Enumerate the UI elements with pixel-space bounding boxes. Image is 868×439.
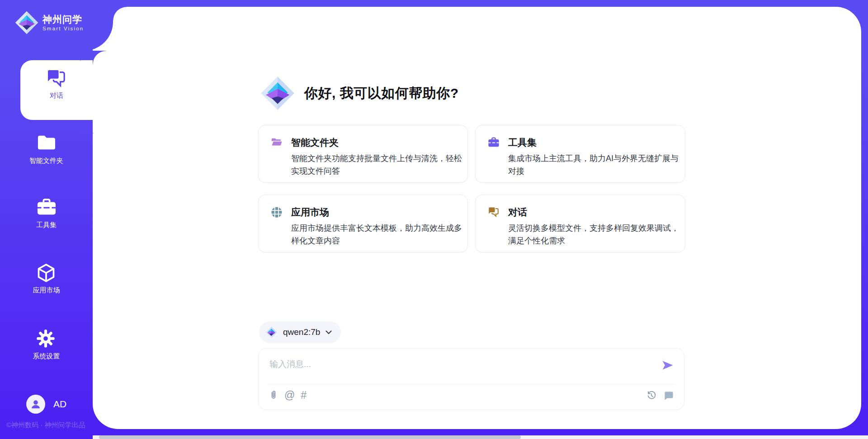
app-market-icon: [271, 206, 283, 218]
card-title: 智能文件夹: [291, 136, 339, 149]
sidebar-item-label: 应用市场: [0, 286, 93, 295]
curve-fillet: [80, 48, 94, 61]
card-description: 智能文件夹功能支持批量文件上传与清洗，轻松实现文件问答: [291, 153, 464, 178]
curve-fillet: [113, 7, 127, 20]
scrollbar-thumb[interactable]: [99, 435, 521, 439]
conversation-button[interactable]: [664, 391, 674, 401]
folder-open-icon: [271, 137, 283, 148]
curve-fillet: [80, 120, 94, 134]
chat-bubble-icon: [664, 391, 674, 401]
assistant-logo-icon: [260, 76, 295, 110]
user-account[interactable]: AD: [26, 395, 66, 414]
attach-button[interactable]: [269, 390, 278, 401]
send-button[interactable]: [661, 359, 675, 372]
message-input[interactable]: [269, 355, 641, 374]
mention-icon: @: [284, 389, 295, 401]
user-name: AD: [53, 399, 66, 410]
gear-icon: [36, 329, 57, 349]
history-button[interactable]: [646, 390, 657, 401]
brand-tagline: Smart Vision: [42, 26, 84, 31]
cube-icon: [36, 263, 57, 283]
greeting: 你好, 我可以如何帮助你?: [260, 76, 459, 110]
message-composer: @ #: [258, 348, 684, 410]
card-smart-folder[interactable]: 智能文件夹 智能文件夹功能支持批量文件上传与清洗，轻松实现文件问答: [258, 125, 468, 183]
mention-button[interactable]: @: [284, 389, 295, 401]
folder-icon: [36, 134, 57, 153]
sidebar-item-label: 对话: [20, 91, 93, 100]
horizontal-scrollbar: [93, 435, 868, 439]
copyright-footer: ©神州数码 · 神州问学出品: [6, 421, 85, 429]
content-area: 你好, 我可以如何帮助你? 智能文件夹 智能文件夹功能支持批量文件上传与清洗，轻…: [258, 0, 685, 439]
card-app-market[interactable]: 应用市场 应用市场提供丰富长文本模板，助力高效生成多样化文章内容: [258, 195, 468, 253]
attach-icon: [269, 390, 278, 401]
card-title: 工具集: [508, 136, 537, 149]
send-icon: [661, 359, 675, 372]
greeting-text: 你好, 我可以如何帮助你?: [304, 84, 459, 103]
chat-bubbles-icon: [488, 206, 500, 218]
composer-divider: [268, 384, 675, 384]
chat-bubbles-icon: [46, 68, 67, 88]
card-description: 应用市场提供丰富长文本模板，助力高效生成多样化文章内容: [291, 222, 464, 248]
brand-logo-icon: [15, 11, 38, 34]
history-icon: [646, 390, 657, 401]
brand: 神州问学 Smart Vision: [15, 11, 84, 34]
curve-fillet: [93, 51, 106, 64]
sidebar-item-label: 系统设置: [0, 352, 93, 361]
sidebar-item-label: 工具集: [0, 221, 93, 229]
brand-name: 神州问学: [42, 14, 84, 25]
sidebar-item-chat[interactable]: 对话: [20, 60, 93, 120]
user-avatar-icon: [30, 398, 42, 410]
sidebar-item-app-market[interactable]: 应用市场: [0, 263, 93, 295]
toolbox-icon: [36, 198, 57, 218]
card-description: 集成市场上主流工具，助力AI与外界无缝扩展与对接: [508, 153, 681, 178]
hash-button[interactable]: #: [301, 389, 307, 401]
sidebar-item-toolbox[interactable]: 工具集: [0, 198, 93, 229]
toolbox-icon: [488, 137, 500, 148]
card-title: 应用市场: [291, 206, 329, 219]
sidebar-item-smart-folder[interactable]: 智能文件夹: [0, 134, 93, 165]
card-description: 灵活切换多模型文件，支持多样回复效果调试，满足个性化需求: [508, 222, 681, 248]
model-name: qwen2:7b: [283, 327, 320, 337]
sidebar-item-settings[interactable]: 系统设置: [0, 329, 93, 361]
card-title: 对话: [508, 206, 527, 219]
model-selector[interactable]: qwen2:7b: [259, 321, 341, 343]
chevron-down-icon: [326, 330, 332, 334]
card-toolbox[interactable]: 工具集 集成市场上主流工具，助力AI与外界无缝扩展与对接: [475, 125, 685, 183]
hash-icon: #: [301, 389, 307, 401]
sidebar-item-label: 智能文件夹: [0, 157, 93, 165]
avatar: [26, 395, 45, 414]
feature-cards: 智能文件夹 智能文件夹功能支持批量文件上传与清洗，轻松实现文件问答 工具集 集成…: [258, 125, 685, 253]
diamond-logo-icon: [265, 326, 277, 338]
card-chat[interactable]: 对话 灵活切换多模型文件，支持多样回复效果调试，满足个性化需求: [475, 195, 685, 253]
